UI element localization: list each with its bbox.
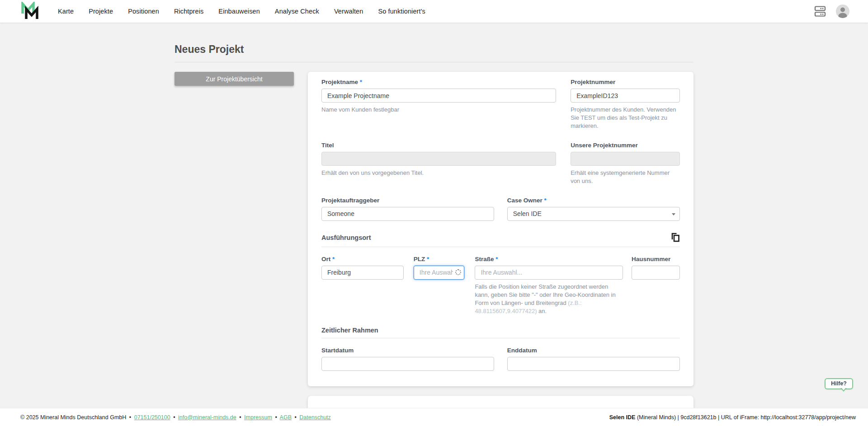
nav-item-karte[interactable]: Karte (58, 8, 74, 15)
hausnummer-input[interactable] (632, 266, 680, 280)
required-asterisk: * (360, 79, 362, 85)
zur-projektuebersicht-button[interactable]: Zur Projektübersicht (175, 72, 294, 86)
nav-item-projekte[interactable]: Projekte (89, 8, 113, 15)
field-ort: Ort * (321, 256, 404, 315)
field-projektname: Projektname * Name vom Kunden festlegbar (321, 79, 556, 130)
required-asterisk: * (495, 256, 498, 262)
field-hausnummer: Hausnummer (632, 256, 680, 315)
footer-link-email[interactable]: info@mineral-minds.de (178, 414, 236, 421)
field-case-owner: Case Owner * Selen IDE (507, 197, 680, 221)
strasse-label: Straße * (475, 256, 623, 262)
titel-hint: Erhält den von uns vorgegebenen Titel. (321, 169, 556, 177)
chevron-down-icon (672, 213, 675, 215)
projektnummer-label: Projektnummer (571, 79, 680, 85)
section-title-zeitlicher-rahmen: Zeitlicher Rahmen (321, 327, 378, 334)
field-unsere-projektnummer: Unsere Projektnummer Erhält eine systemg… (571, 142, 680, 185)
unsere-projektnummer-label: Unsere Projektnummer (571, 142, 680, 149)
section-divider (321, 338, 680, 338)
case-owner-select[interactable]: Selen IDE (507, 207, 680, 221)
nav-right-icons (814, 4, 850, 19)
projektauftraggeber-input[interactable] (321, 207, 494, 221)
projektnummer-hint: Projektnummer des Kunden. Verwenden Sie … (571, 106, 680, 130)
section-title-ausfuehrungsort: Ausführungsort (321, 234, 371, 241)
enddatum-label: Enddatum (507, 347, 680, 354)
startdatum-input[interactable] (321, 357, 494, 371)
logo-icon (20, 2, 40, 21)
main-menu: Karte Projekte Positionen Richtpreis Ein… (58, 8, 425, 15)
unsere-projektnummer-input (571, 152, 680, 166)
footer-link-datenschutz[interactable]: Datenschutz (299, 414, 330, 421)
footer-left: © 2025 Mineral Minds Deutschland GmbH • … (20, 414, 331, 421)
nav-item-verwalten[interactable]: Verwalten (334, 8, 363, 15)
strasse-hint: Falls die Position keiner Straße zugeord… (475, 283, 623, 315)
enddatum-input[interactable] (507, 357, 680, 371)
nav-item-einbauweisen[interactable]: Einbauweisen (218, 8, 260, 15)
copyright-text: © 2025 Mineral Minds Deutschland GmbH (20, 414, 126, 421)
plz-label: PLZ * (414, 256, 465, 262)
field-projektnummer: Projektnummer Projektnummer des Kunden. … (571, 79, 680, 130)
nav-item-richtpreis[interactable]: Richtpreis (174, 8, 203, 15)
case-owner-label: Case Owner * (507, 197, 680, 204)
help-button[interactable]: Hilfe? (825, 378, 853, 389)
strasse-input[interactable] (475, 266, 623, 280)
required-asterisk: * (427, 256, 429, 262)
copy-icon[interactable] (671, 233, 680, 243)
ort-label: Ort * (321, 256, 404, 262)
case-owner-selected-value: Selen IDE (513, 210, 542, 217)
title-divider (175, 62, 693, 62)
server-icon[interactable] (814, 5, 826, 18)
field-startdatum: Startdatum (321, 347, 494, 371)
ort-input[interactable] (321, 266, 404, 280)
nav-item-positionen[interactable]: Positionen (128, 8, 159, 15)
mineral-minds-logo[interactable] (20, 2, 40, 21)
hausnummer-label: Hausnummer (632, 256, 680, 262)
startdatum-label: Startdatum (321, 347, 494, 354)
projektnummer-input[interactable] (571, 89, 680, 103)
page-title: Neues Projekt (175, 43, 693, 56)
footer: © 2025 Mineral Minds Deutschland GmbH • … (0, 408, 868, 426)
nav-item-analyse-check[interactable]: Analyse Check (275, 8, 319, 15)
field-titel: Titel Erhält den von uns vorgegebenen Ti… (321, 142, 556, 185)
titel-input (321, 152, 556, 166)
field-projektauftraggeber: Projektauftraggeber (321, 197, 494, 221)
projektname-label: Projektname * (321, 79, 556, 85)
page-body: Neues Projekt Zur Projektübersicht Proje… (0, 23, 868, 426)
unsere-projektnummer-hint: Erhält eine systemgenerierte Nummer von … (571, 169, 680, 185)
required-asterisk: * (544, 197, 547, 204)
footer-link-agb[interactable]: AGB (280, 414, 292, 421)
footer-link-impressum[interactable]: Impressum (244, 414, 272, 421)
field-strasse: Straße * Falls die Position keiner Straß… (475, 256, 623, 315)
field-plz: PLZ * (414, 256, 465, 315)
nav-item-so-funktionierts[interactable]: So funktioniert's (378, 8, 425, 15)
footer-link-phone[interactable]: 07151/250100 (134, 414, 170, 421)
projektauftraggeber-label: Projektauftraggeber (321, 197, 494, 204)
projektname-hint: Name vom Kunden festlegbar (321, 106, 556, 114)
project-form-card: Projektname * Name vom Kunden festlegbar… (308, 72, 693, 386)
footer-session-info: Selen IDE (Mineral Minds) | 9cd28f13621b… (609, 414, 856, 421)
field-enddatum: Enddatum (507, 347, 680, 371)
user-avatar[interactable] (835, 4, 850, 19)
projektname-input[interactable] (321, 89, 556, 103)
titel-label: Titel (321, 142, 556, 149)
top-navigation-bar: Karte Projekte Positionen Richtpreis Ein… (0, 0, 868, 23)
required-asterisk: * (332, 256, 335, 262)
section-divider (321, 247, 680, 247)
